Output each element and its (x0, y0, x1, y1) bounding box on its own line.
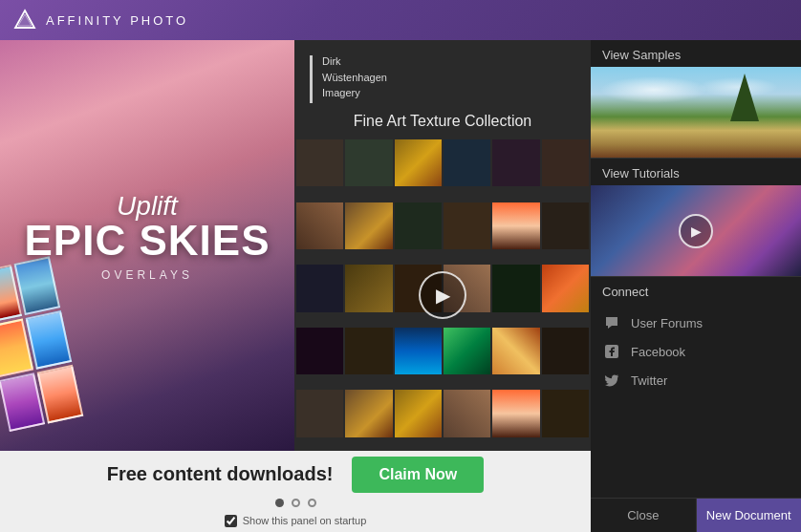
facebook-link[interactable]: Facebook (602, 337, 790, 366)
right-footer: Close New Document (591, 498, 801, 532)
connect-title: Connect (602, 285, 790, 299)
free-content-label: Free content downloads! (107, 463, 334, 485)
tutorials-title: View Tutorials (591, 159, 801, 185)
skies-photos-collage (0, 256, 83, 432)
texture-cell (444, 390, 490, 436)
title-bar: AFFINITY PHOTO (0, 0, 801, 40)
user-forums-link[interactable]: User Forums (602, 309, 790, 337)
texture-grid: ▶ (294, 139, 591, 451)
startup-checkbox[interactable] (225, 515, 237, 527)
texture-cell (296, 328, 343, 374)
twitter-icon (602, 371, 621, 390)
app-title: AFFINITY PHOTO (46, 13, 188, 28)
texture-cell (492, 202, 539, 249)
texture-cell (542, 202, 589, 249)
texture-cell (296, 139, 343, 186)
free-content-row: Free content downloads! Claim Now (107, 457, 484, 493)
startup-label: Show this panel on startup (243, 515, 367, 526)
texture-cell (345, 390, 392, 436)
startup-preference-row: Show this panel on startup (225, 515, 367, 527)
texture-cell (345, 202, 392, 249)
texture-cell (542, 139, 589, 186)
left-panel: Uplift EPIC SKIES OVERLAYS (0, 40, 591, 532)
connect-section: Connect User Forums Facebook (591, 277, 801, 498)
carousel-dot-3[interactable] (308, 499, 316, 507)
facebook-label: Facebook (631, 345, 685, 359)
texture-cell (296, 390, 343, 436)
texture-cell (395, 328, 442, 374)
texture-cell (345, 139, 392, 186)
epic-skies-slide: Uplift EPIC SKIES OVERLAYS (0, 40, 294, 451)
play-button-overlay[interactable]: ▶ (419, 271, 466, 319)
texture-cell (542, 265, 589, 311)
texture-cell (345, 328, 392, 374)
texture-cell (444, 202, 490, 249)
carousel-dot-2[interactable] (292, 499, 300, 507)
texture-cell (542, 390, 589, 436)
texture-cell (542, 328, 589, 374)
view-samples-section: View Samples (591, 40, 801, 158)
main-area: Uplift EPIC SKIES OVERLAYS (0, 40, 801, 532)
claim-now-button[interactable]: Claim Now (352, 457, 484, 493)
carousel[interactable]: Uplift EPIC SKIES OVERLAYS (0, 40, 591, 451)
carousel-dot-1[interactable] (275, 499, 284, 507)
samples-thumbnail[interactable] (591, 67, 801, 158)
texture-cell (444, 139, 490, 186)
texture-cell (296, 265, 343, 311)
affinity-logo-icon (13, 9, 36, 32)
forums-label: User Forums (631, 316, 703, 330)
texture-cell (395, 202, 442, 249)
right-panel: View Samples View Tutorials ▶ Connect (591, 40, 801, 532)
tutorials-play-button[interactable]: ▶ (679, 214, 713, 248)
twitter-link[interactable]: Twitter (602, 366, 790, 394)
tutorials-thumbnail[interactable]: ▶ (591, 185, 801, 276)
new-document-button[interactable]: New Document (697, 499, 802, 532)
overlays-subtitle: OVERLAYS (25, 268, 271, 282)
texture-cell (444, 328, 490, 374)
sky-photo-6 (37, 365, 84, 424)
texture-cell (492, 265, 539, 311)
texture-cell (492, 139, 539, 186)
close-button[interactable]: Close (591, 499, 697, 532)
brand-name-text: DirkWüstenhagenImagery (322, 53, 387, 101)
epic-skies-title: EPIC SKIES (25, 217, 271, 265)
texture-cell (395, 139, 442, 186)
sky-photo-4 (26, 310, 73, 370)
samples-title: View Samples (591, 40, 801, 67)
texture-header: DirkWüstenhagenImagery (294, 40, 591, 113)
texture-title-text: Fine Art Texture Collection (294, 113, 591, 139)
texture-collection-slide: DirkWüstenhagenImagery Fine Art Texture … (294, 40, 591, 451)
texture-cell (345, 265, 392, 311)
texture-cell (296, 202, 343, 249)
twitter-label: Twitter (631, 373, 667, 388)
texture-cell (395, 390, 442, 436)
forums-icon (602, 313, 621, 332)
texture-cell (492, 390, 539, 436)
carousel-dots (275, 499, 316, 507)
free-content-bar: Free content downloads! Claim Now Show t… (0, 451, 591, 532)
brand-divider (310, 55, 313, 103)
landscape-image (591, 67, 801, 158)
texture-cell (492, 328, 539, 374)
view-tutorials-section: View Tutorials ▶ (591, 159, 801, 276)
cloud-overlay (591, 76, 801, 104)
facebook-icon (602, 342, 621, 361)
